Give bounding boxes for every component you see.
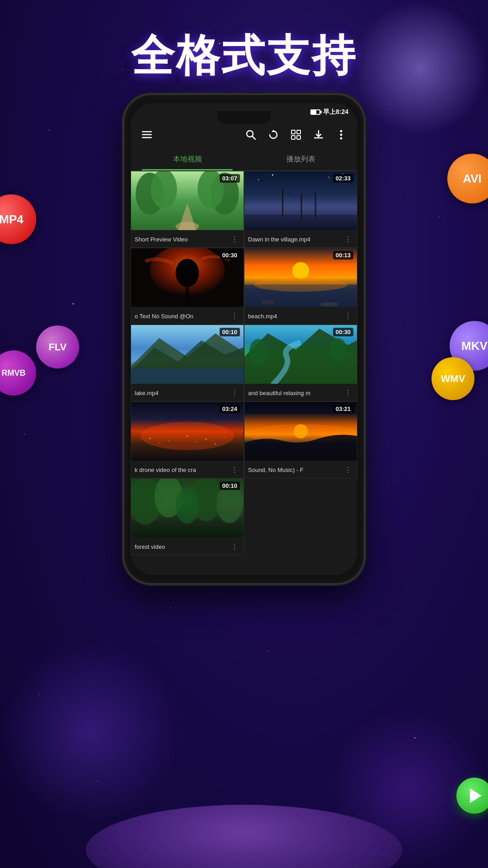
video-8-menu[interactable]: ⋮ — [343, 464, 353, 476]
glow-bottom-left — [0, 642, 181, 823]
svg-rect-6 — [291, 130, 295, 134]
video-8-duration: 03:21 — [333, 405, 353, 413]
svg-point-28 — [328, 177, 329, 178]
svg-rect-0 — [142, 131, 152, 132]
svg-rect-1 — [142, 134, 152, 136]
page-title: 全格式支持 — [0, 27, 488, 86]
badge-flv: FLV — [36, 326, 79, 368]
svg-rect-8 — [291, 136, 295, 139]
phone-mockup: 早上8:24 — [124, 95, 364, 583]
video-3-title: o Text No Sound @On — [135, 313, 229, 320]
video-1-title: Short Preview Video — [135, 236, 229, 243]
svg-point-33 — [176, 259, 199, 287]
svg-point-38 — [261, 300, 275, 305]
svg-rect-20 — [282, 189, 283, 217]
phone-outer-shell: 早上8:24 — [124, 95, 364, 583]
svg-point-57 — [294, 424, 308, 438]
phone-notch — [217, 111, 271, 124]
video-5-info: lake.mp4 ⋮ — [131, 384, 244, 401]
refresh-icon[interactable] — [264, 126, 282, 144]
video-6-info: and beautiful relaxing m ⋮ — [244, 384, 357, 401]
svg-point-49 — [186, 435, 188, 437]
tab-local-video[interactable]: 本地视频 — [131, 148, 244, 170]
tab-playlist[interactable]: 播放列表 — [244, 148, 357, 170]
menu-icon[interactable] — [138, 126, 156, 144]
svg-point-37 — [254, 278, 348, 292]
svg-point-10 — [340, 130, 343, 132]
video-4-title: beach.mp4 — [248, 313, 343, 320]
svg-point-47 — [149, 438, 150, 439]
svg-point-50 — [205, 439, 206, 440]
video-7-menu[interactable]: ⋮ — [229, 464, 240, 476]
svg-point-43 — [249, 339, 268, 365]
phone-screen: 早上8:24 — [131, 103, 357, 575]
svg-point-51 — [224, 437, 225, 438]
svg-rect-2 — [142, 137, 152, 138]
video-6-menu[interactable]: ⋮ — [343, 387, 353, 399]
video-item-8[interactable]: 03:21 Sound, No Music) - F ⋮ — [244, 401, 357, 478]
video-2-title: Dawn in the village.mp4 — [248, 236, 343, 243]
video-2-menu[interactable]: ⋮ — [343, 233, 353, 245]
video-1-menu[interactable]: ⋮ — [229, 233, 240, 245]
video-5-title: lake.mp4 — [135, 390, 229, 396]
svg-line-4 — [252, 136, 255, 139]
video-1-duration: 03:07 — [220, 174, 240, 183]
search-icon[interactable] — [242, 126, 260, 144]
status-icons — [310, 109, 320, 115]
video-item-5[interactable]: 00:10 lake.mp4 ⋮ — [131, 325, 244, 401]
svg-point-12 — [340, 137, 343, 140]
video-8-title: Sound, No Music) - F — [248, 467, 343, 473]
svg-point-54 — [215, 443, 216, 444]
video-5-duration: 00:10 — [220, 328, 240, 336]
badge-wmv: WMV — [432, 357, 474, 400]
video-8-info: Sound, No Music) - F ⋮ — [244, 461, 357, 478]
video-item-9[interactable]: 00:10 forest video ⋮ — [131, 478, 244, 555]
video-item-3[interactable]: 00:30 o Text No Sound @On ⋮ — [131, 248, 244, 325]
video-4-duration: 00:13 — [333, 251, 353, 259]
battery-icon — [310, 109, 320, 115]
video-4-menu[interactable]: ⋮ — [343, 310, 353, 322]
video-6-duration: 00:30 — [333, 328, 353, 336]
download-icon[interactable] — [310, 126, 328, 144]
video-3-menu[interactable]: ⋮ — [229, 310, 240, 322]
svg-point-27 — [272, 174, 273, 175]
play-fab-button[interactable] — [456, 778, 488, 814]
svg-point-11 — [340, 134, 343, 136]
video-2-info: Dawn in the village.mp4 ⋮ — [244, 230, 357, 248]
svg-rect-41 — [131, 368, 244, 384]
video-7-duration: 03:24 — [220, 405, 240, 413]
toolbar — [131, 121, 357, 148]
video-4-info: beach.mp4 ⋮ — [244, 307, 357, 325]
svg-point-53 — [196, 442, 197, 443]
battery-fill — [311, 110, 316, 114]
video-7-title: k drone video of the cra — [135, 467, 229, 473]
video-6-title: and beautiful relaxing m — [248, 390, 343, 396]
svg-point-48 — [168, 440, 169, 441]
video-item-1[interactable]: 03:07 Short Preview Video ⋮ — [131, 171, 244, 248]
video-3-info: o Text No Sound @On ⋮ — [131, 307, 244, 325]
video-3-duration: 00:30 — [220, 251, 240, 259]
video-9-duration: 00:10 — [220, 481, 240, 490]
video-7-info: k drone video of the cra ⋮ — [131, 461, 244, 478]
video-item-7[interactable]: 03:24 k drone video of the cra ⋮ — [131, 401, 244, 478]
video-1-info: Short Preview Video ⋮ — [131, 230, 244, 248]
more-icon[interactable] — [332, 126, 350, 144]
video-grid: 03:07 Short Preview Video ⋮ — [131, 171, 357, 555]
svg-point-35 — [292, 262, 309, 279]
video-item-4[interactable]: 00:13 beach.mp4 ⋮ — [244, 248, 357, 325]
video-item-6[interactable]: 00:30 and beautiful relaxing m ⋮ — [244, 325, 357, 401]
svg-point-26 — [258, 179, 259, 180]
svg-point-39 — [319, 302, 338, 307]
svg-point-52 — [159, 443, 160, 443]
svg-rect-7 — [297, 130, 300, 134]
video-5-menu[interactable]: ⋮ — [229, 387, 240, 399]
svg-rect-25 — [244, 215, 357, 230]
svg-rect-9 — [297, 136, 300, 139]
video-item-2[interactable]: 02:33 Dawn in the village.mp4 ⋮ — [244, 171, 357, 248]
tab-bar: 本地视频 播放列表 — [131, 148, 357, 171]
svg-point-63 — [176, 488, 199, 524]
svg-point-44 — [330, 338, 347, 362]
grid-icon[interactable] — [287, 126, 305, 144]
video-9-title: forest video — [135, 543, 229, 550]
video-9-menu[interactable]: ⋮ — [229, 541, 240, 553]
